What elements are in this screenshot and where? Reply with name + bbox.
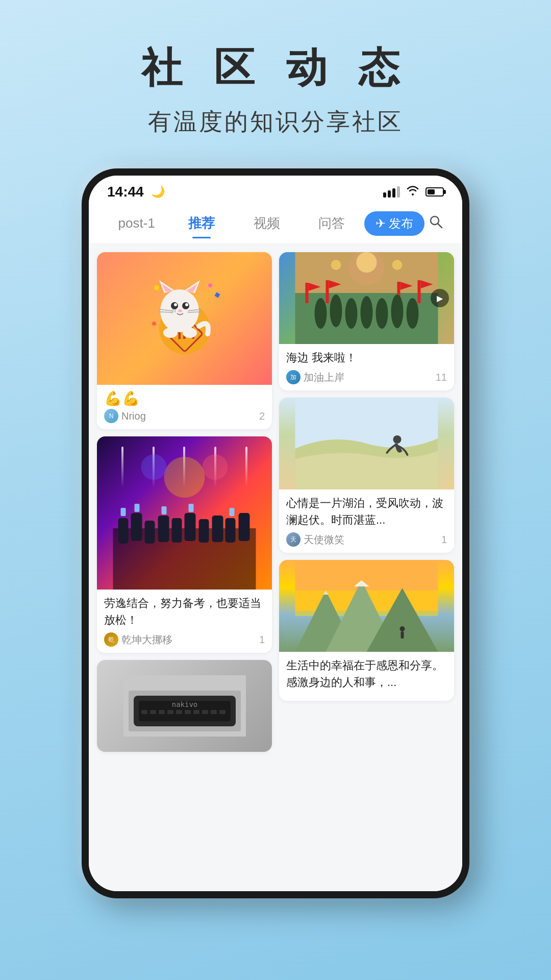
svg-rect-43 bbox=[230, 508, 235, 516]
avatar-sea: 加 bbox=[286, 370, 300, 384]
svg-point-12 bbox=[174, 303, 177, 306]
svg-point-19 bbox=[163, 328, 178, 338]
moon-icon: 🌙 bbox=[151, 185, 165, 199]
post-card-mountain[interactable]: 生活中的幸福在于感恩和分享。感激身边的人和事，... bbox=[279, 560, 454, 701]
status-time: 14:44 bbox=[107, 184, 144, 200]
signal-icon bbox=[383, 186, 400, 198]
svg-point-13 bbox=[185, 303, 188, 306]
video-play-button[interactable]: ▶ bbox=[431, 289, 449, 307]
post-emoji: 💪💪 bbox=[104, 390, 265, 407]
card-user-sea: 加 加油上岸 bbox=[286, 370, 344, 384]
svg-rect-54 bbox=[185, 710, 191, 714]
svg-rect-41 bbox=[162, 506, 167, 514]
svg-line-16 bbox=[159, 312, 172, 312]
svg-rect-69 bbox=[418, 280, 421, 303]
desk-image: nakivo bbox=[97, 660, 272, 752]
svg-rect-29 bbox=[118, 518, 129, 544]
like-count-desert: 1 bbox=[441, 534, 447, 546]
status-bar: 14:44 🌙 bbox=[89, 176, 462, 205]
svg-point-25 bbox=[164, 457, 205, 498]
svg-rect-35 bbox=[199, 519, 209, 543]
card-footer-sea: 加 加油上岸 11 bbox=[286, 370, 447, 384]
status-icons bbox=[383, 185, 444, 199]
svg-rect-80 bbox=[295, 398, 438, 449]
mountain-svg bbox=[279, 560, 454, 652]
like-count-sea: 11 bbox=[436, 372, 447, 383]
username: Nriog bbox=[121, 410, 146, 422]
publish-button[interactable]: ✈ 发布 bbox=[364, 211, 424, 236]
desert-svg bbox=[279, 398, 454, 489]
like-count-concert: 1 bbox=[259, 634, 265, 646]
svg-point-74 bbox=[361, 296, 373, 329]
svg-rect-90 bbox=[401, 631, 404, 639]
page-title: 社 区 动 态 bbox=[141, 41, 410, 96]
svg-point-79 bbox=[392, 260, 403, 270]
battery-icon bbox=[425, 187, 444, 197]
card-body-desert: 心情是一片湖泊，受风吹动，波澜起伏。时而湛蓝... 天 天使微笑 1 bbox=[279, 489, 454, 553]
svg-rect-53 bbox=[176, 710, 182, 714]
card-body-sea: 海边 我来啦！ 加 加油上岸 11 bbox=[279, 344, 454, 390]
svg-rect-40 bbox=[135, 504, 140, 512]
card-user: N Nriog bbox=[104, 409, 146, 423]
svg-rect-42 bbox=[189, 504, 194, 512]
svg-line-1 bbox=[438, 224, 442, 228]
svg-rect-33 bbox=[172, 518, 182, 543]
card-user-desert: 天 天使微笑 bbox=[286, 532, 344, 547]
phone-screen: 14:44 🌙 pos bbox=[89, 176, 462, 891]
tab-qa[interactable]: 问答 bbox=[299, 210, 365, 236]
post-title-sea: 海边 我来啦！ bbox=[286, 349, 447, 366]
tab-subscribe[interactable]: post-1 bbox=[104, 211, 169, 235]
tab-video[interactable]: 视频 bbox=[234, 210, 299, 236]
post-card-cat[interactable]: 福 bbox=[97, 252, 272, 429]
svg-rect-39 bbox=[121, 508, 126, 516]
svg-point-72 bbox=[330, 295, 342, 327]
post-card-desert[interactable]: 心情是一片湖泊，受风吹动，波澜起伏。时而湛蓝... 天 天使微笑 1 bbox=[279, 398, 454, 553]
concert-image bbox=[97, 436, 272, 590]
svg-rect-51 bbox=[159, 710, 165, 714]
svg-text:nakivo: nakivo bbox=[171, 700, 197, 708]
svg-rect-50 bbox=[150, 710, 156, 714]
mountain-image bbox=[279, 560, 454, 652]
username-sea: 加油上岸 bbox=[304, 371, 344, 384]
svg-point-14 bbox=[178, 309, 182, 312]
nav-tabs: post-1 推荐 视频 问答 ✈ 发布 bbox=[89, 205, 462, 244]
page-subtitle: 有温度的知识分享社区 bbox=[141, 106, 410, 138]
post-title-mountain: 生活中的幸福在于感恩和分享。感激身边的人和事，... bbox=[286, 657, 447, 691]
username-desert: 天使微笑 bbox=[304, 533, 344, 547]
svg-point-81 bbox=[393, 435, 402, 444]
like-count: 2 bbox=[259, 410, 265, 422]
post-card-concert[interactable]: 劳逸结合，努力备考，也要适当放松！ 乾 乾坤大挪移 1 bbox=[97, 436, 272, 653]
search-button[interactable] bbox=[424, 212, 447, 234]
stage-svg bbox=[97, 436, 272, 590]
card-body-concert: 劳逸结合，努力备考，也要适当放松！ 乾 乾坤大挪移 1 bbox=[97, 590, 272, 653]
svg-point-71 bbox=[315, 298, 327, 329]
cat-svg: 福 bbox=[144, 278, 226, 359]
svg-line-18 bbox=[188, 312, 201, 312]
publish-label: 发布 bbox=[389, 215, 413, 232]
svg-point-21 bbox=[154, 285, 159, 290]
cat-image: 福 bbox=[97, 252, 272, 385]
svg-rect-23 bbox=[214, 292, 220, 298]
post-grid: 福 bbox=[97, 252, 454, 752]
wifi-icon bbox=[406, 185, 419, 199]
svg-point-24 bbox=[152, 322, 156, 326]
left-column: 福 bbox=[97, 252, 272, 752]
svg-point-75 bbox=[376, 298, 388, 329]
svg-rect-49 bbox=[141, 710, 147, 714]
svg-rect-31 bbox=[145, 521, 155, 544]
svg-rect-37 bbox=[226, 518, 236, 543]
desert-image bbox=[279, 398, 454, 489]
avatar-desert: 天 bbox=[286, 532, 300, 547]
svg-rect-58 bbox=[219, 710, 226, 714]
avatar: N bbox=[104, 409, 118, 423]
post-card-desk[interactable]: nakivo bbox=[97, 660, 272, 752]
svg-rect-30 bbox=[131, 513, 142, 541]
svg-point-73 bbox=[345, 298, 358, 329]
card-footer: N Nriog 2 bbox=[104, 409, 265, 423]
tab-recommend[interactable]: 推荐 bbox=[169, 210, 235, 236]
page-header: 社 区 动 态 有温度的知识分享社区 bbox=[141, 41, 410, 138]
svg-rect-32 bbox=[158, 516, 169, 542]
post-card-sea[interactable]: ▶ 海边 我来啦！ 加 加油上岸 11 bbox=[279, 252, 454, 390]
svg-point-78 bbox=[331, 260, 341, 270]
svg-point-89 bbox=[400, 626, 405, 631]
